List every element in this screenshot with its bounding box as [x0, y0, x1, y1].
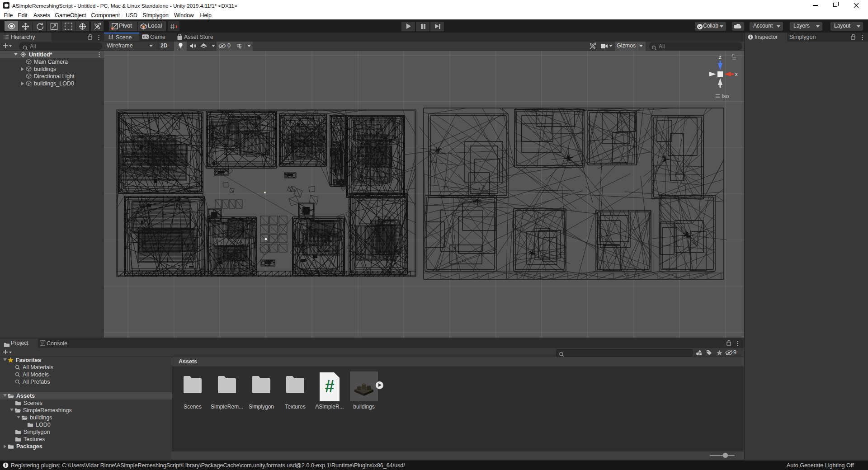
svg-text:x: x: [735, 71, 738, 77]
svg-text:Y: Y: [240, 46, 242, 49]
svg-text:z: z: [719, 54, 722, 60]
svg-text:☰ Iso: ☰ Iso: [715, 93, 729, 99]
svg-text:#: #: [325, 377, 334, 396]
